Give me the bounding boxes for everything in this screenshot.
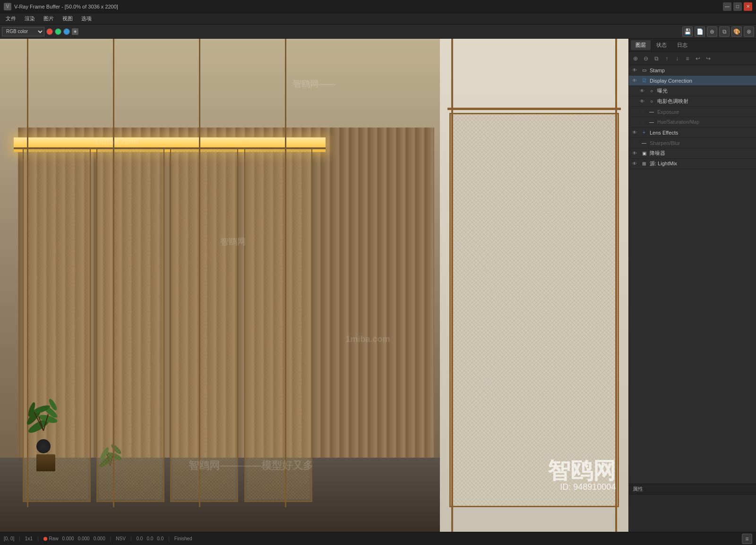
status-zoom: 1x1 [25, 536, 33, 541]
right-tabs: 图层 状态 日志 [629, 39, 756, 52]
eye-sharpen-blur[interactable]: ○ [631, 139, 638, 147]
icon-exposure-en: — [648, 108, 655, 116]
plant-stand [36, 454, 55, 471]
save-button[interactable]: 💾 [682, 26, 693, 37]
window-controls[interactable]: — □ ✕ [723, 2, 752, 11]
menu-bar: 文件 渲染 图片 视图 选项 [0, 13, 756, 25]
panels-container [23, 147, 312, 502]
horizontal-rod [14, 147, 326, 149]
tab-status[interactable]: 状态 [652, 40, 671, 50]
eye-display-correction[interactable]: 👁 [631, 77, 638, 85]
green-channel-dot[interactable] [55, 28, 61, 35]
vertical-rod-3 [199, 39, 200, 507]
layer-name-exposure-cn: 曝光 [657, 87, 754, 94]
color-picker-button[interactable]: 🎨 [731, 26, 742, 37]
red-channel-dot[interactable] [46, 28, 53, 35]
duplicate-layer-button[interactable]: ⧉ [652, 54, 661, 63]
right-panel: 图层 状态 日志 ⊕ ⊖ ⧉ ↑ ↓ ≡ ↩ ↪ 👁 ▭ Stamp [628, 39, 756, 532]
render-image: 智鸥网—— 1miba.com 智鸥网 1miba.com 智鸥网————模型好… [0, 39, 628, 532]
tab-log[interactable]: 日志 [672, 40, 692, 50]
color-mode-select[interactable]: RGB color Alpha Luminance [2, 27, 44, 36]
maximize-button[interactable]: □ [733, 2, 742, 11]
layer-name-stamp: Stamp [650, 68, 754, 73]
main-layout: 智鸥网—— 1miba.com 智鸥网 1miba.com 智鸥网————模型好… [0, 39, 756, 532]
layer-name-sharpen-blur: Sharpen/Blur [650, 140, 754, 146]
eye-exposure-en[interactable]: ○ [638, 108, 646, 116]
right-vertical-rod-1 [451, 39, 453, 532]
layer-name-denoiser: 降噪器 [650, 150, 754, 157]
status-val1: 0.000 [62, 536, 74, 541]
extra-val2: 0.0 [146, 536, 153, 541]
status-mode: Raw [43, 536, 59, 541]
save-corrected-button[interactable]: 📄 [695, 26, 705, 37]
eye-hue-sat[interactable]: ○ [638, 119, 646, 126]
layer-lens-effects[interactable]: 👁 + Lens Effects [629, 128, 756, 138]
remove-layer-button[interactable]: ⊖ [641, 54, 651, 63]
close-button[interactable]: ✕ [744, 2, 752, 11]
eye-lens-effects[interactable]: 👁 [631, 129, 638, 136]
eye-stamp[interactable]: 👁 [631, 67, 638, 74]
status-bar: [0, 0] | 1x1 | Raw 0.000 0.000 0.000 | N… [0, 532, 756, 545]
menu-options[interactable]: 选项 [77, 14, 95, 23]
layer-options-button[interactable]: ≡ [683, 54, 692, 63]
panel-frame-2 [96, 147, 164, 502]
layer-exposure-en[interactable]: ○ — Exposure [629, 107, 756, 117]
plant-pot [36, 439, 51, 453]
layer-hue-sat[interactable]: ○ — Hue/Saturation/Map [629, 117, 756, 128]
panel-frame-4 [244, 147, 312, 502]
tab-layers[interactable]: 图层 [631, 40, 651, 50]
status-val2: 0.000 [78, 536, 90, 541]
move-down-button[interactable]: ↓ [672, 54, 682, 63]
status-dot-red [43, 537, 47, 541]
status-coords: [0, 0] [4, 536, 14, 541]
layer-sharpen-blur[interactable]: ○ — Sharpen/Blur [629, 138, 756, 148]
icon-lens-effects: + [640, 129, 648, 136]
plant-leaves-svg [25, 393, 72, 440]
right-panel-decor [440, 39, 628, 532]
layer-name-exposure-en: Exposure [657, 109, 754, 115]
blue-channel-dot[interactable] [63, 28, 70, 35]
properties-header: 属性 [629, 484, 756, 494]
menu-file[interactable]: 文件 [2, 14, 20, 23]
eye-denoiser[interactable]: 👁 [631, 150, 638, 157]
eye-lightmix[interactable]: 👁 [631, 160, 638, 168]
status-val3: 0.000 [94, 536, 105, 541]
layer-display-correction[interactable]: 👁 ☑ Display Correction [629, 76, 756, 86]
plant-decoration [36, 439, 55, 473]
minimize-button[interactable]: — [723, 2, 731, 11]
icon-denoiser: ▣ [640, 150, 648, 157]
status-finished: Finished [174, 536, 192, 541]
layer-toolbar: ⊕ ⊖ ⧉ ↑ ↓ ≡ ↩ ↪ [629, 52, 756, 65]
layer-stamp[interactable]: 👁 ▭ Stamp [629, 65, 756, 76]
menu-image[interactable]: 图片 [40, 14, 58, 23]
move-up-button[interactable]: ↑ [662, 54, 671, 63]
eye-exposure-cn[interactable]: 👁 [638, 87, 646, 95]
layer-exposure-cn[interactable]: 👁 ○ 曝光 [629, 86, 756, 96]
icon-hue-sat: — [648, 119, 655, 126]
special-channel-dot[interactable]: ◈ [72, 28, 78, 35]
properties-area [629, 494, 756, 532]
add-layer-button[interactable]: ⊕ [631, 54, 640, 63]
status-expand-button[interactable]: ≡ [742, 534, 752, 544]
title-text: V-Ray Frame Buffer - [50.0% of 3036 x 22… [14, 4, 118, 9]
clear-button[interactable]: ⊗ [744, 26, 754, 37]
toolbar: RGB color Alpha Luminance ◈ 💾 📄 ⊕ ⧉ 🎨 ⊗ [0, 25, 756, 39]
eye-film-tone[interactable]: 👁 [638, 98, 646, 105]
layer-lightmix[interactable]: 👁 ⊞ 源: LightMix [629, 159, 756, 169]
zoom-region-button[interactable]: ⊕ [707, 26, 717, 37]
menu-view[interactable]: 视图 [59, 14, 77, 23]
left-wall [0, 39, 453, 532]
layer-name-display-correction: Display Correction [650, 78, 754, 84]
coords-label: [0, 0] [4, 536, 14, 541]
mode-label: Raw [49, 536, 59, 541]
layer-film-tone[interactable]: 👁 ○ 电影色调映射 [629, 96, 756, 107]
redo-button[interactable]: ↪ [704, 54, 713, 63]
menu-render[interactable]: 渲染 [21, 14, 39, 23]
undo-button[interactable]: ↩ [693, 54, 703, 63]
panel-frame-1 [23, 147, 91, 502]
panel-frame-3 [170, 147, 238, 502]
icon-display-correction: ☑ [640, 77, 648, 85]
icon-film-tone: ○ [648, 98, 655, 105]
copy-button[interactable]: ⧉ [719, 26, 730, 37]
layer-denoiser[interactable]: 👁 ▣ 降噪器 [629, 148, 756, 159]
